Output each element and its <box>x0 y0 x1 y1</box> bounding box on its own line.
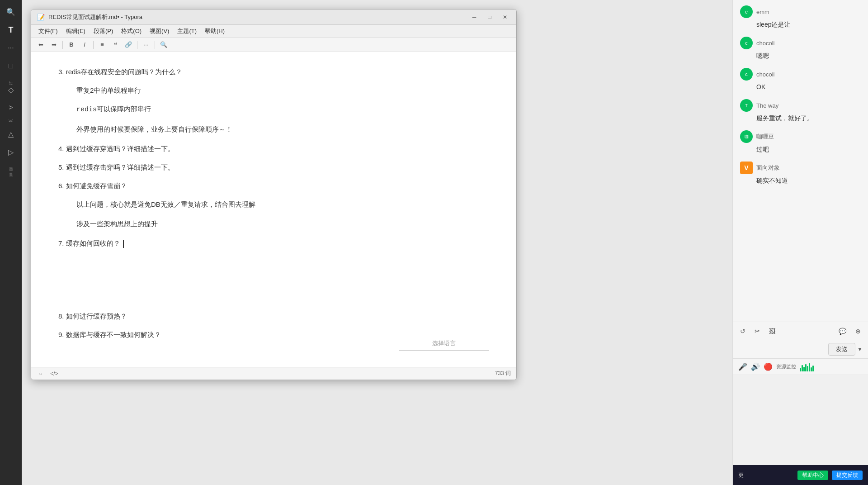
status-icon-circle[interactable]: ○ <box>37 370 45 378</box>
msg-header-6: V 面向对象 <box>740 162 861 174</box>
toolbar-list[interactable]: ≡ <box>96 39 108 50</box>
top-area: 📝 REDIS常见面试题解析.md• - Typora ─ □ ✕ 文件(F) … <box>22 0 868 485</box>
msg-header-4: T The way <box>740 99 861 112</box>
document-content[interactable]: 3. redis存在线程安全的问题吗？为什么？ 重复2中的单线程串行 redis… <box>31 52 516 367</box>
chart-bar-4 <box>805 364 807 371</box>
avatar-oop: V <box>740 162 753 174</box>
typora-window: 📝 REDIS常见面试题解析.md• - Typora ─ □ ✕ 文件(F) … <box>31 9 517 380</box>
chart-bar-7 <box>811 367 812 371</box>
window-controls: ─ □ ✕ <box>468 13 511 21</box>
menu-edit[interactable]: 编辑(E) <box>62 26 89 37</box>
center-content: 📝 REDIS常见面试题解析.md• - Typora ─ □ ✕ 文件(F) … <box>22 0 868 485</box>
content-item-6: 6. 如何避免缓存雪崩？ <box>58 180 489 192</box>
status-left: ○ </> <box>37 370 58 378</box>
toolbar-btn-2[interactable]: ➡ <box>48 39 60 50</box>
item-number-9: 9. <box>58 331 66 338</box>
indent-item-5: 涉及一些架构思想上的提升 <box>76 218 489 230</box>
menu-theme[interactable]: 主题(T) <box>174 26 200 37</box>
msg-header-5: 咖 咖喱豆 <box>740 130 861 143</box>
item-text-9: 数据库与缓存不一致如何解决？ <box>66 331 161 338</box>
chat-icon-image[interactable]: 🖼 <box>769 328 775 335</box>
toolbar-divider-2 <box>93 41 94 49</box>
msg-header-3: c chocoli <box>740 68 861 81</box>
sidebar-icon-diamond[interactable]: ◇ <box>3 81 19 98</box>
speaker-icon[interactable]: 🔊 <box>751 362 760 371</box>
chat-icon-refresh[interactable]: ↺ <box>740 328 745 335</box>
chart-bar-5 <box>807 366 808 371</box>
msg-content-theway: 服务重试，就好了。 <box>740 114 861 123</box>
toolbar-quote[interactable]: ❝ <box>109 39 121 50</box>
menu-format[interactable]: 格式(O) <box>118 26 145 37</box>
resource-monitor: 🎤 🔊 🔴 资源监控 <box>733 358 868 375</box>
msg-name-emm: emm <box>756 9 769 15</box>
toolbar-divider-1 <box>62 41 63 49</box>
maximize-button[interactable]: □ <box>484 13 495 21</box>
sidebar-icon-play[interactable]: ▷ <box>3 144 19 160</box>
feedback-button[interactable]: 提交反馈 <box>832 471 863 480</box>
chat-action-bar: ↺ ✂ 🖼 💬 ⊕ <box>733 322 868 340</box>
item-number-4: 4. <box>58 145 66 152</box>
toolbar: ⬅ ➡ B I ≡ ❝ 🔗 ··· 🔍 <box>31 38 516 52</box>
msg-header-1: e emm <box>740 5 861 18</box>
toolbar-search[interactable]: 🔍 <box>158 39 170 50</box>
msg-header-2: c chocoli <box>740 37 861 49</box>
content-item-3: 3. redis存在线程安全的问题吗？为什么？ <box>58 66 489 78</box>
item-text-7: 缓存如何回收的？ <box>66 239 120 247</box>
chat-icon-chat[interactable]: 💬 <box>839 328 846 335</box>
chat-icon-expand[interactable]: ⊕ <box>855 328 861 335</box>
msg-content-oop: 确实不知道 <box>740 176 861 185</box>
wechat-panel: e emm sleep还是让 c chocoli 嗯嗯 <box>732 0 868 485</box>
taskbar-right-buttons: 帮助中心 提交反馈 <box>797 471 863 480</box>
message-group-2: c chocoli 嗯嗯 <box>740 37 861 61</box>
item-text-8: 如何进行缓存预热？ <box>66 312 127 320</box>
mic-icon[interactable]: 🎤 <box>738 362 747 371</box>
indent-item-4: 以上问题，核心就是避免DB无效／重复请求，结合图去理解 <box>76 198 489 210</box>
sidebar-icon-triangle[interactable]: △ <box>3 126 19 142</box>
sidebar-icon-text[interactable]: T <box>3 22 19 38</box>
toolbar-more[interactable]: ··· <box>140 39 152 50</box>
send-button[interactable]: 发送 <box>828 343 855 356</box>
menu-view[interactable]: 视图(V) <box>146 26 173 37</box>
msg-content-chocoli-2: OK <box>740 82 861 92</box>
sidebar-icon-rect[interactable]: □ <box>3 58 19 74</box>
sidebar-icon-arrow[interactable]: > <box>3 100 19 116</box>
avatar-emm: e <box>740 5 753 18</box>
sidebar-icon-more[interactable]: ··· <box>3 40 19 56</box>
status-bar: ○ </> 733 词 <box>31 367 516 380</box>
toolbar-divider-3 <box>137 41 137 49</box>
item-number-7: 7. <box>58 239 66 247</box>
msg-name-chocoli-2: chocoli <box>756 71 774 78</box>
msg-content-kafei: 过吧 <box>740 145 861 154</box>
toolbar-btn-1[interactable]: ⬅ <box>35 39 47 50</box>
avatar-theway: T <box>740 99 753 112</box>
toolbar-link[interactable]: 🔗 <box>123 39 134 50</box>
sidebar-icon-search[interactable]: 🔍 <box>3 4 19 20</box>
menu-paragraph[interactable]: 段落(P) <box>90 26 117 37</box>
chat-messages[interactable]: e emm sleep还是让 c chocoli 嗯嗯 <box>733 0 868 322</box>
word-count: 733 词 <box>495 370 511 377</box>
avatar-chocoli-1: c <box>740 37 753 49</box>
toolbar-italic[interactable]: I <box>79 39 90 50</box>
avatar-kafei: 咖 <box>740 130 753 143</box>
content-item-4: 4. 遇到过缓存穿透吗？详细描述一下。 <box>58 143 489 155</box>
menu-help[interactable]: 帮助(H) <box>201 26 228 37</box>
status-icon-code[interactable]: </> <box>50 370 58 378</box>
select-language[interactable]: 选择语言 <box>399 338 489 351</box>
chat-icon-scissors[interactable]: ✂ <box>755 328 760 335</box>
help-center-button[interactable]: 帮助中心 <box>797 471 828 480</box>
window-title: REDIS常见面试题解析.md• - Typora <box>48 13 468 21</box>
close-button[interactable]: ✕ <box>499 13 511 21</box>
chart-bar-3 <box>803 367 805 371</box>
bottom-taskbar: 更 帮助中心 提交反馈 <box>733 465 868 485</box>
content-item-7: 7. 缓存如何回收的？ <box>58 237 489 249</box>
send-dropdown[interactable]: ▼ <box>857 346 863 352</box>
toolbar-bold[interactable]: B <box>66 39 77 50</box>
message-group-5: 咖 咖喱豆 过吧 <box>740 130 861 154</box>
menu-file[interactable]: 文件(F) <box>35 26 61 37</box>
text-cursor <box>123 240 124 248</box>
chart-bar-6 <box>809 363 810 371</box>
record-icon[interactable]: 🔴 <box>764 362 773 371</box>
indent-item-1: 重复2中的单线程串行 <box>76 84 489 96</box>
left-sidebar: 🔍 T ··· □ 过 ◇ > )) △ ▷ 重 量 <box>0 0 22 485</box>
minimize-button[interactable]: ─ <box>468 13 480 21</box>
